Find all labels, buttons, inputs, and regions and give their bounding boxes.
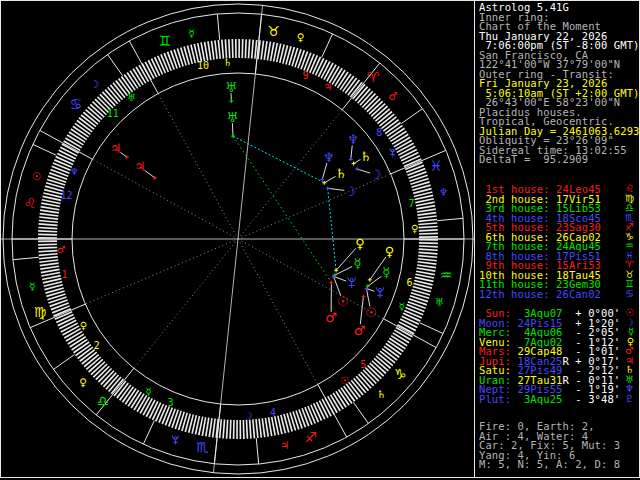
house-cusp-radial: [238, 174, 391, 239]
sign-boundary-line: [420, 323, 444, 334]
planet-connector: [324, 176, 335, 182]
sign-boundary-line: [353, 402, 368, 423]
natal-planet-glyph-pluto: [348, 277, 356, 288]
house-cusp-radial: [238, 239, 318, 385]
house-number-3: 3: [167, 397, 173, 408]
planet-connector: [322, 163, 327, 180]
house-ruler-icon-9: ♃: [323, 81, 332, 92]
house-cusp-radial: [92, 159, 238, 239]
transit-planet-glyph-jupiter: ♃: [110, 141, 122, 156]
natal-dot-uranus: [231, 134, 235, 138]
transit-planet-glyph-pluto: [376, 287, 384, 298]
aspect-line-moon-venus: [328, 188, 336, 270]
pluto-planet-icon: ♇: [625, 394, 634, 404]
house-ruler-icon-1: ♂: [57, 244, 66, 255]
house-number-9: 9: [303, 70, 309, 81]
house-number-4: 4: [270, 407, 276, 418]
sign-boundary-line: [322, 34, 333, 58]
sign-ruler-icon-cap: ♄: [377, 388, 386, 400]
planet-position-list: Sun: 3Aqu07 + 0°00'☉Moon: 24Pis15 + 1°20…: [475, 309, 640, 404]
house-number-7: 7: [408, 198, 414, 209]
sign-glyph-ari: ♈: [367, 69, 380, 85]
natal-dot-moon: [326, 186, 330, 190]
house-number-2: 2: [94, 340, 100, 351]
house-number-11: 11: [107, 108, 119, 119]
can-sign-icon: ♋: [625, 289, 634, 299]
house-cusp-radial: [134, 239, 238, 368]
transit-dot-pluto: [365, 287, 369, 291]
sign-boundary-line: [108, 54, 123, 75]
sign-ruler-icon-lib: ♀: [79, 376, 87, 388]
house-cusp-line: [129, 41, 158, 94]
sign-glyph-can: ♋: [69, 96, 82, 112]
transit-planet-glyph-saturn: ♄: [360, 149, 372, 164]
natal-planet-glyph-saturn: ♄: [335, 166, 347, 181]
sign-glyph-sag: ♐: [305, 429, 318, 445]
sign-boundary-line: [256, 438, 258, 464]
natal-planet-glyph-sun: ☉: [337, 294, 349, 309]
natal-dot-neptune: [320, 178, 324, 182]
sign-glyph-aqu: ♒: [440, 267, 453, 283]
sign-boundary-line: [13, 257, 39, 259]
sign-ruler-icon-leo: ☉: [32, 170, 41, 182]
planet-connector: [145, 170, 155, 178]
sign-glyph-pis: ♓: [430, 158, 443, 174]
transit-planet-glyph-mercury: ☿: [382, 265, 390, 280]
natal-planet-glyph-mercury: ☿: [353, 256, 361, 271]
house-cusp-radial: [238, 110, 342, 239]
aspect-line-uranus-mars: [233, 136, 331, 282]
transit-dot-moon: [355, 167, 359, 171]
house-row: 12th house: 26Can02♋: [475, 290, 640, 300]
sign-ruler-icon-sag: ♃: [280, 439, 289, 451]
planet-connector: [334, 276, 346, 281]
planet-connector: [351, 145, 352, 159]
sign-glyph-cap: ♑: [394, 366, 407, 382]
transit-planet-glyph-sun: ☉: [365, 305, 377, 320]
natal-planet-glyph-uranus: ♅: [226, 110, 238, 125]
sign-boundary-line: [437, 218, 463, 220]
house-ruler-icon-12: ♆: [70, 166, 79, 177]
natal-planet-glyph-jupiter: ♃: [134, 159, 146, 174]
sign-boundary-line: [33, 144, 57, 155]
house-number-12: 12: [61, 190, 73, 201]
house-cusp-radial: [85, 239, 238, 304]
chart-info-header: Astrolog 5.41GInner ring:Chart of the Mo…: [475, 3, 640, 165]
transit-planet-glyph-neptune: ♆: [347, 132, 359, 147]
house-ruler-icon-2: ♀: [80, 320, 87, 331]
house-ruler-icon-4: ☽: [244, 410, 253, 421]
header-line: DeltaT = 95.2909: [475, 155, 640, 165]
house-ruler-icon-11: ♅: [127, 92, 136, 103]
sign-boundary-line: [53, 354, 74, 369]
house-ruler-icon-10: ♄: [223, 57, 232, 68]
natal-planet-glyph-mars: ♂: [325, 310, 337, 325]
house-number-10: 10: [197, 60, 209, 71]
sign-ruler-icon-tau: ♀: [297, 31, 305, 43]
house-cusp-line: [318, 385, 347, 438]
house-cusp-list: 1st house: 24Leo45♌ 2nd house: 17Vir51♍ …: [475, 185, 640, 299]
sign-boundary-line: [143, 421, 154, 445]
sign-glyph-vir: ♍: [34, 304, 47, 320]
transit-dot-neptune: [349, 157, 353, 161]
sign-glyph-gem: ♊: [159, 33, 172, 49]
transit-dot-mars: [361, 295, 365, 299]
sign-ruler-icon-sco: [172, 436, 178, 445]
element-tally-list: Fire: 0, Earth: 2,Air : 4, Water: 4Car: …: [475, 422, 640, 470]
transit-planet-glyph-venus: ♀: [385, 244, 395, 259]
sign-ruler-icon-vir: ☿: [29, 280, 35, 292]
transit-planet-glyph-uranus: ♅: [225, 80, 237, 95]
house-number-6: 6: [406, 277, 412, 288]
natal-dot-mars: [329, 280, 333, 284]
planet-connector: [328, 188, 345, 190]
sign-ruler-icon-aqu: ♅: [435, 296, 444, 308]
natal-planet-glyph-neptune: ♆: [323, 150, 335, 165]
info-panel: Astrolog 5.41GInner ring:Chart of the Mo…: [474, 0, 640, 477]
sign-boundary-line: [401, 109, 422, 124]
natal-planet-glyph-venus: ♀: [355, 236, 365, 251]
house-number-5: 5: [360, 359, 366, 370]
transit-planet-glyph-moon: ☽: [370, 167, 382, 182]
sign-glyph-leo: ♌: [24, 195, 37, 211]
house-ruler-icon-7: ♀: [411, 223, 418, 234]
sign-glyph-sco: ♏: [196, 439, 209, 455]
natal-planet-glyph-moon: ☽: [344, 184, 356, 199]
astrolog-window: ♈♂♉♀♊☿♋☽♌☉♍☿♎♀♏♐♃♑♄♒♅♓♆1♂2♀3☿4☽5☉6☿7♀89♃…: [0, 0, 640, 480]
